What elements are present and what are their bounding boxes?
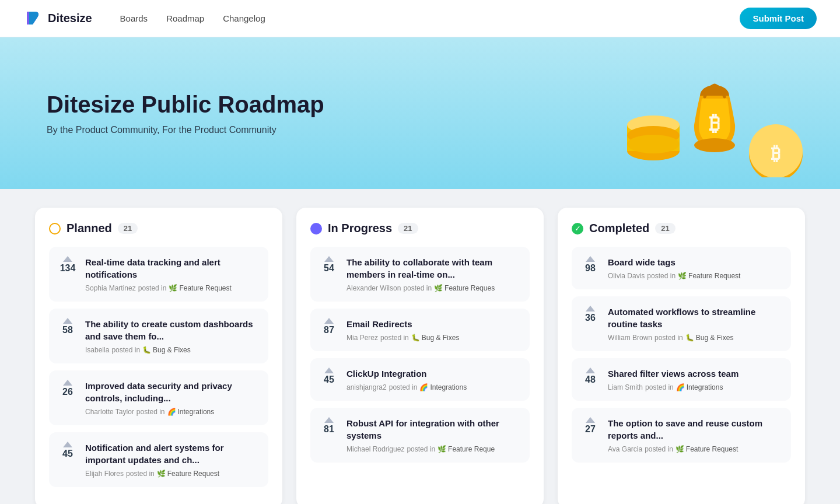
card-meta: Sophia Martinez posted in 🌿 Feature Requ… [85,284,259,292]
vote-count: 134 [60,263,76,274]
card-author: Ava Garcia [608,445,642,453]
card-author: anishjangra2 [346,383,387,391]
card-tag: 🌿 Feature Request [157,470,219,478]
vote-count: 45 [324,374,334,385]
card-author: Michael Rodriguez [346,445,404,453]
vote-block[interactable]: 27 [581,417,600,435]
card-inprogress-0[interactable]: 54 The ability to collaborate with team … [310,247,530,302]
vote-arrow-icon [63,442,72,447]
card-meta: Isabella posted in 🐛 Bug & Fixes [85,346,259,354]
hero-illustration: ₿ ₿ [607,61,793,166]
card-author: Isabella [85,346,109,354]
card-meta: Alexander Wilson posted in 🌿 Feature Req… [346,284,520,292]
tag-label: Feature Request [686,445,738,453]
vote-arrow-icon [586,368,595,373]
tag-emoji: 🌿 [676,445,684,453]
card-tag: 🌈 Integrations [676,383,723,391]
vote-block[interactable]: 26 [58,380,77,397]
card-content: The ability to collaborate with team mem… [346,256,520,292]
card-meta: Charlotte Taylor posted in 🌈 Integration… [85,408,259,416]
vote-count: 54 [324,263,334,274]
card-content: Automated workflows to streamline routin… [608,306,782,342]
submit-post-button[interactable]: Submit Post [740,8,817,29]
vote-count: 58 [62,325,73,335]
vote-count: 81 [324,424,334,435]
vote-block[interactable]: 98 [581,256,600,274]
tag-emoji: 🌿 [169,284,177,292]
vote-block[interactable]: 45 [58,442,77,459]
vote-arrow-icon [324,256,334,262]
card-action: posted in [645,445,673,453]
column-planned: Planned 21 134 Real-time data tracking a… [35,208,282,504]
card-planned-1[interactable]: 58 The ability to create custom dashboar… [49,309,268,363]
column-header-completed: ✓ Completed 21 [572,222,791,235]
card-author: William Brown [608,334,652,342]
card-planned-3[interactable]: 45 Notification and alert systems for im… [49,432,268,487]
vote-block[interactable]: 58 [58,318,77,335]
tag-emoji: 🌿 [678,272,687,280]
card-content: Board wide tags Olivia Davis posted in 🌿… [608,256,782,280]
card-tag: 🌿 Feature Reque [438,445,495,453]
tag-label: Feature Request [688,272,740,280]
card-inprogress-1[interactable]: 87 Email Redirects Mia Perez posted in 🐛… [310,309,530,351]
vote-block[interactable]: 81 [320,417,338,435]
nav-links: Boards Roadmap Changelog [120,13,740,23]
vote-arrow-icon [63,318,72,324]
card-inprogress-2[interactable]: 45 ClickUp Integration anishjangra2 post… [310,358,530,401]
tag-label: Bug & Fixes [153,346,191,354]
nav-boards[interactable]: Boards [120,13,148,23]
card-meta: anishjangra2 posted in 🌈 Integrations [346,383,520,391]
card-completed-0[interactable]: 98 Board wide tags Olivia Davis posted i… [572,247,791,289]
vote-block[interactable]: 48 [581,368,600,385]
tag-emoji: 🌈 [167,408,176,416]
card-action: posted in [647,272,676,280]
tag-emoji: 🌿 [157,470,166,478]
card-completed-2[interactable]: 48 Shared filter views across team Liam … [572,358,791,401]
svg-point-9 [694,138,735,152]
card-planned-0[interactable]: 134 Real-time data tracking and alert no… [49,247,268,302]
coins-svg: ₿ ₿ [607,61,805,177]
card-inprogress-3[interactable]: 81 Robust API for integration with other… [310,408,530,463]
vote-count: 48 [585,374,596,385]
vote-block[interactable]: 45 [320,368,338,385]
column-title-inprogress: In Progress [328,222,392,235]
card-tag: 🌿 Feature Request [678,272,740,280]
tag-label: Bug & Fixes [422,334,460,342]
column-title-planned: Planned [66,222,112,235]
card-author: Mia Perez [346,334,378,342]
logo-text: Ditesize [48,12,92,25]
card-action: posted in [111,346,140,354]
hero-title: Ditesize Public Roadmap [47,92,324,118]
card-title: Improved data security and privacy contr… [85,380,259,404]
nav-roadmap[interactable]: Roadmap [166,13,204,23]
card-completed-3[interactable]: 27 The option to save and reuse custom r… [572,408,791,463]
logo[interactable]: Ditesize [23,9,92,28]
card-meta: Olivia Davis posted in 🌿 Feature Request [608,272,782,280]
card-tag: 🌈 Integrations [167,408,215,416]
vote-count: 87 [324,325,334,335]
vote-arrow-icon [586,306,595,312]
svg-point-4 [627,135,680,153]
card-content: The ability to create custom dashboards … [85,318,259,354]
vote-block[interactable]: 134 [58,256,77,274]
card-completed-1[interactable]: 36 Automated workflows to streamline rou… [572,296,791,351]
card-title: The option to save and reuse custom repo… [608,417,782,442]
nav-changelog[interactable]: Changelog [223,13,265,23]
tag-emoji: 🌿 [438,445,446,453]
tag-label: Feature Request [179,284,231,292]
vote-arrow-icon [63,256,72,262]
vote-count: 36 [585,313,596,323]
card-author: Charlotte Taylor [85,408,134,416]
card-action: posted in [138,284,167,292]
card-action: posted in [645,383,674,391]
vote-arrow-icon [324,368,334,373]
vote-block[interactable]: 87 [320,318,338,335]
tag-label: Feature Reques [444,284,495,292]
tag-label: Feature Reque [448,445,495,453]
vote-arrow-icon [63,380,72,386]
vote-block[interactable]: 36 [581,306,600,323]
vote-block[interactable]: 54 [320,256,338,274]
tag-label: Bug & Fixes [696,334,734,342]
card-planned-2[interactable]: 26 Improved data security and privacy co… [49,370,268,425]
card-action: posted in [403,284,432,292]
